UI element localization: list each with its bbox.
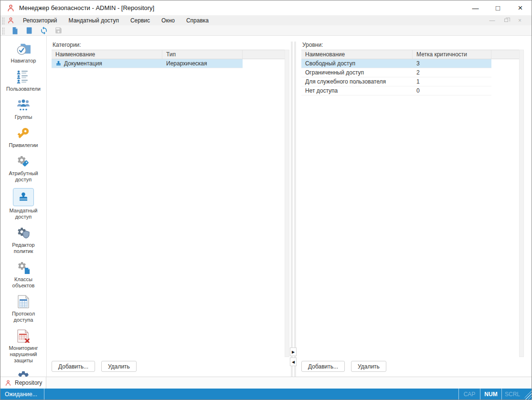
tab-repository[interactable]: Repository <box>0 377 46 389</box>
sidebar-item-privileges[interactable]: Привилегии <box>9 126 38 148</box>
category-type: Иерархическая <box>162 59 243 68</box>
level-mark: 2 <box>413 68 491 77</box>
groups-icon <box>16 97 31 113</box>
menu-help[interactable]: Справка <box>181 15 214 25</box>
splitter-expand-left-button[interactable]: ◀ <box>290 358 297 366</box>
sidebar-item-groups[interactable]: Группы <box>15 97 32 120</box>
sidebar-item-access-log[interactable]: Протокол доступа <box>12 294 35 323</box>
sidebar-item-users[interactable]: Пользователи <box>6 69 41 92</box>
menu-bar: Репозиторий Мандатный доступ Сервис Окно… <box>0 15 532 25</box>
categories-panel: Категории: Наименование Тип <box>52 42 289 377</box>
stamp-icon <box>13 188 34 206</box>
maximize-button[interactable]: □ <box>487 0 509 15</box>
close-button[interactable]: × <box>509 0 532 15</box>
column-header-type[interactable]: Тип <box>162 50 243 59</box>
column-header-empty[interactable] <box>491 50 519 59</box>
open-document-button[interactable] <box>25 26 33 35</box>
categories-add-button[interactable]: Добавить... <box>52 361 95 372</box>
minimize-button[interactable]: — <box>464 0 487 15</box>
tab-label: Repository <box>15 379 42 386</box>
sidebar-item-policy-editor[interactable]: Редактор политик <box>12 225 34 254</box>
level-mark: 1 <box>413 77 491 86</box>
sidebar-label: Мандатный доступ <box>10 208 38 220</box>
save-button[interactable] <box>54 26 63 34</box>
spreadsheet-icon <box>17 294 30 309</box>
save-icon <box>54 26 63 34</box>
repository-person-icon <box>5 379 11 386</box>
mdi-minimize-button[interactable]: — <box>485 16 499 25</box>
column-header-name[interactable]: Наименование <box>52 50 162 59</box>
level-name: Для служебного пользователя <box>301 77 413 86</box>
content-area: Категории: Наименование Тип <box>47 36 532 377</box>
sidebar: Навигатор Пользователи <box>0 36 47 377</box>
sidebar-item-violation-monitoring[interactable]: Мониторинг нарушений защиты <box>9 328 38 364</box>
sidebar-item-mandatory-access[interactable]: Мандатный доступ <box>10 188 38 220</box>
sidebar-label: Протокол доступа <box>12 311 35 323</box>
column-header-name[interactable]: Наименование <box>301 50 413 59</box>
categories-delete-button[interactable]: Удалить <box>101 361 137 372</box>
new-document-button[interactable] <box>11 26 19 35</box>
new-document-icon <box>11 26 19 35</box>
menu-mandatory-access[interactable]: Мандатный доступ <box>63 15 125 25</box>
refresh-button[interactable] <box>40 26 48 35</box>
menu-window[interactable]: Окно <box>156 15 181 25</box>
caps-lock-indicator: CAP <box>458 389 480 400</box>
main-area: Навигатор Пользователи <box>0 36 532 377</box>
resize-grip[interactable] <box>523 389 532 400</box>
toolbar-grip[interactable] <box>1 27 5 34</box>
gear-shield-icon <box>16 225 31 241</box>
levels-delete-button[interactable]: Удалить <box>351 361 386 372</box>
num-lock-indicator: NUM <box>480 389 501 400</box>
levels-add-button[interactable]: Добавить... <box>301 361 345 372</box>
menubar-grip[interactable] <box>1 17 5 24</box>
sidebar-label: Редактор политик <box>12 242 34 254</box>
sidebar-item-navigator[interactable]: Навигатор <box>11 41 36 64</box>
key-icon <box>17 126 30 141</box>
mdi-close-button[interactable]: × <box>513 16 527 25</box>
menu-service[interactable]: Сервис <box>125 15 156 25</box>
levels-vertical-scrollbar[interactable] <box>519 50 524 357</box>
users-icon <box>17 69 30 84</box>
level-name: Ограниченный доступ <box>301 68 413 77</box>
levels-table-header: Наименование Метка критичности <box>301 50 519 59</box>
keyboard-indicators: CAP NUM SCRL <box>458 389 532 400</box>
spreadsheet-error-icon <box>17 328 30 344</box>
menu-person-icon <box>7 17 14 24</box>
level-mark: 0 <box>413 86 491 95</box>
toolbar <box>0 25 532 36</box>
sidebar-item-attribute-access[interactable]: Атрибутный доступ <box>9 154 38 183</box>
scroll-lock-indicator: SCRL <box>501 389 523 400</box>
levels-table: Наименование Метка критичности Свободный… <box>301 50 519 357</box>
level-name: Нет доступа <box>301 86 413 95</box>
sidebar-label: Пользователи <box>6 86 41 92</box>
menu-repository[interactable]: Репозиторий <box>17 15 63 25</box>
service-gear-icon <box>17 369 30 377</box>
sidebar-label: Мониторинг нарушений защиты <box>9 345 38 364</box>
table-row-level[interactable]: Для служебного пользователя 1 <box>301 77 491 86</box>
column-header-criticality[interactable]: Метка критичности <box>413 50 491 59</box>
level-name: Свободный доступ <box>301 59 413 68</box>
mdi-restore-button[interactable] <box>499 16 513 25</box>
sidebar-item-service[interactable]: Сервис <box>14 369 32 377</box>
table-row-level[interactable]: Нет доступа 0 <box>301 86 491 95</box>
stamp-icon <box>55 60 62 67</box>
table-row-level[interactable]: Свободный доступ 3 <box>301 59 491 68</box>
status-divider <box>44 389 44 400</box>
splitter-expand-right-button[interactable]: ▶ <box>290 347 297 356</box>
table-row-level[interactable]: Ограниченный доступ 2 <box>301 68 491 77</box>
sidebar-label: Атрибутный доступ <box>9 170 38 183</box>
refresh-icon <box>40 26 48 35</box>
window-title: Менеджер безопасности - ADMIN - [Reposit… <box>19 4 154 11</box>
levels-panel: Уровни: Наименование Метка критичности С… <box>301 42 524 377</box>
document-icon <box>25 26 33 35</box>
categories-vertical-scrollbar[interactable] <box>285 50 289 357</box>
sidebar-label: Классы объектов <box>12 276 35 289</box>
panel-splitter[interactable]: ▶ ◀ <box>289 42 298 377</box>
table-row-documentation[interactable]: Документация Иерархическая <box>52 59 243 68</box>
sidebar-label: Группы <box>15 114 32 120</box>
sidebar-label: Навигатор <box>11 58 36 64</box>
column-header-empty[interactable] <box>243 50 285 59</box>
categories-table: Наименование Тип Документация Ие <box>52 50 285 357</box>
sidebar-item-object-classes[interactable]: Классы объектов <box>12 260 35 289</box>
navigator-icon <box>16 41 31 56</box>
